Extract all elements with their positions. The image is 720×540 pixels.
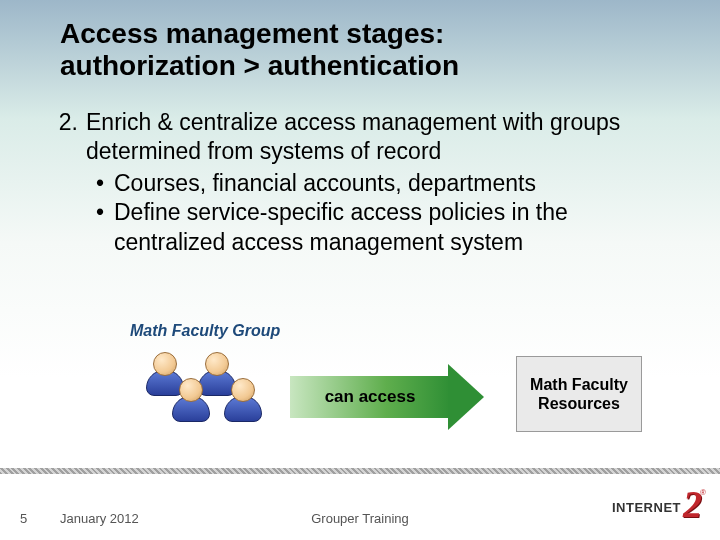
bullet-icon: • <box>86 198 114 257</box>
title-line2: authorization > authentication <box>60 50 459 82</box>
footer-divider <box>0 468 720 474</box>
group-label: Math Faculty Group <box>130 322 280 340</box>
slide-title: Access management stages: authorization … <box>60 18 459 82</box>
list-item: 2. Enrich & centralize access management… <box>50 108 670 167</box>
sub-list: • Courses, financial accounts, departmen… <box>86 169 670 257</box>
list-item: • Define service-specific access policie… <box>86 198 670 257</box>
sub-text: Define service-specific access policies … <box>114 198 670 257</box>
registered-icon: ® <box>700 488 706 497</box>
arrow-label: can access <box>290 370 450 424</box>
list-number: 2. <box>50 108 86 167</box>
body-content: 2. Enrich & centralize access management… <box>50 108 670 257</box>
list-text: Enrich & centralize access management wi… <box>86 108 670 167</box>
resource-box: Math Faculty Resources <box>516 356 642 432</box>
sub-text: Courses, financial accounts, departments <box>114 169 670 198</box>
arrow-head-icon <box>448 364 484 430</box>
title-line1: Access management stages: <box>60 18 459 50</box>
logo-word: INTERNET <box>612 500 681 515</box>
people-group-icon <box>140 350 270 440</box>
internet2-logo: INTERNET 2 ® <box>612 486 702 530</box>
resource-box-text: Math Faculty Resources <box>521 375 637 413</box>
person-icon <box>170 378 212 430</box>
bullet-icon: • <box>86 169 114 198</box>
person-icon <box>222 378 264 430</box>
access-arrow: can access <box>290 370 485 424</box>
list-item: • Courses, financial accounts, departmen… <box>86 169 670 198</box>
